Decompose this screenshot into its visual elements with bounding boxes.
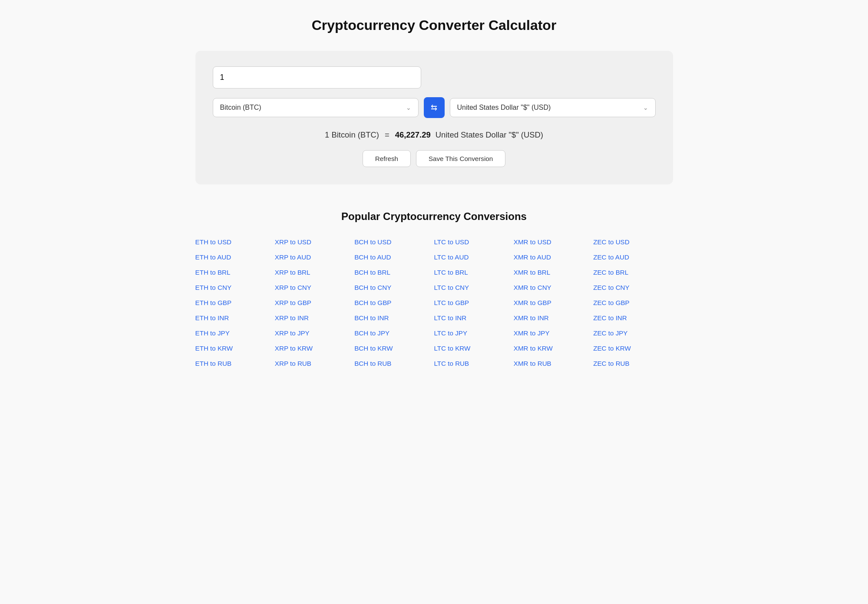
conversion-link[interactable]: LTC to JPY [434, 328, 513, 338]
conversion-link[interactable]: ETH to CNY [195, 282, 275, 293]
conversion-link[interactable]: LTC to USD [434, 236, 513, 247]
conversion-link[interactable]: BCH to INR [354, 312, 434, 323]
save-conversion-button[interactable]: Save This Conversion [416, 150, 505, 167]
conversion-link[interactable]: LTC to CNY [434, 282, 513, 293]
conversion-link[interactable]: LTC to INR [434, 312, 513, 323]
conversion-link[interactable]: XRP to CNY [275, 282, 354, 293]
conversion-link[interactable]: XRP to JPY [275, 328, 354, 338]
conversion-link[interactable]: ZEC to JPY [593, 328, 673, 338]
conversion-link[interactable]: ETH to BRL [195, 267, 275, 278]
conversion-link[interactable]: XMR to AUD [514, 252, 593, 263]
result-equals: = [385, 130, 389, 139]
conversion-link[interactable]: BCH to USD [354, 236, 434, 247]
conversion-link[interactable]: BCH to AUD [354, 252, 434, 263]
conversion-link[interactable]: ETH to GBP [195, 297, 275, 308]
conversion-link[interactable]: ZEC to KRW [593, 343, 673, 354]
conversion-link[interactable]: ZEC to AUD [593, 252, 673, 263]
conversion-link[interactable]: XRP to RUB [275, 358, 354, 369]
result-value: 46,227.29 [395, 130, 431, 139]
conversion-link[interactable]: XRP to INR [275, 312, 354, 323]
conversion-link[interactable]: XMR to GBP [514, 297, 593, 308]
conversion-link[interactable]: ETH to AUD [195, 252, 275, 263]
conversion-link[interactable]: BCH to JPY [354, 328, 434, 338]
conversion-link[interactable]: ZEC to INR [593, 312, 673, 323]
page-title: Cryptocurrency Converter Calculator [26, 17, 842, 33]
conversion-link[interactable]: XRP to KRW [275, 343, 354, 354]
conversion-link[interactable]: ETH to KRW [195, 343, 275, 354]
conversion-link[interactable]: XRP to AUD [275, 252, 354, 263]
conversion-link[interactable]: XRP to GBP [275, 297, 354, 308]
popular-title: Popular Cryptocurrency Conversions [195, 210, 673, 223]
result-row: 1 Bitcoin (BTC) = 46,227.29 United State… [213, 130, 656, 140]
conversion-link[interactable]: ZEC to CNY [593, 282, 673, 293]
conversion-link[interactable]: BCH to KRW [354, 343, 434, 354]
conversion-link[interactable]: LTC to AUD [434, 252, 513, 263]
popular-section: Popular Cryptocurrency Conversions ETH t… [195, 210, 673, 369]
refresh-button[interactable]: Refresh [363, 150, 411, 167]
conversion-link[interactable]: ETH to INR [195, 312, 275, 323]
conversion-link[interactable]: ZEC to USD [593, 236, 673, 247]
currency-row: Bitcoin (BTC) ⌄ Bitcoin (BTC) Ethereum (… [213, 97, 656, 118]
conversion-link[interactable]: ETH to RUB [195, 358, 275, 369]
conversion-link[interactable]: LTC to BRL [434, 267, 513, 278]
to-currency-selector[interactable]: United States Dollar "$" (USD) ⌄ United … [450, 98, 656, 117]
swap-button[interactable]: ⇆ [424, 97, 445, 118]
conversion-link[interactable]: ETH to USD [195, 236, 275, 247]
conversion-link[interactable]: BCH to RUB [354, 358, 434, 369]
conversion-link[interactable]: LTC to KRW [434, 343, 513, 354]
action-buttons: Refresh Save This Conversion [213, 150, 656, 167]
conversion-link[interactable]: XRP to BRL [275, 267, 354, 278]
conversion-link[interactable]: XMR to CNY [514, 282, 593, 293]
conversion-link[interactable]: ETH to JPY [195, 328, 275, 338]
conversion-link[interactable]: ZEC to GBP [593, 297, 673, 308]
conversion-link[interactable]: XMR to KRW [514, 343, 593, 354]
converter-card: Bitcoin (BTC) ⌄ Bitcoin (BTC) Ethereum (… [195, 51, 673, 184]
amount-input[interactable] [213, 66, 421, 89]
conversion-link[interactable]: LTC to RUB [434, 358, 513, 369]
from-currency-selector[interactable]: Bitcoin (BTC) ⌄ Bitcoin (BTC) Ethereum (… [213, 98, 419, 117]
conversion-link[interactable]: ZEC to BRL [593, 267, 673, 278]
conversion-link[interactable]: LTC to GBP [434, 297, 513, 308]
conversion-link[interactable]: BCH to CNY [354, 282, 434, 293]
conversion-link[interactable]: XMR to BRL [514, 267, 593, 278]
result-unit: United States Dollar "$" (USD) [436, 130, 543, 139]
swap-icon: ⇆ [431, 103, 437, 112]
conversion-link[interactable]: XMR to INR [514, 312, 593, 323]
conversion-link[interactable]: BCH to BRL [354, 267, 434, 278]
conversion-link[interactable]: ZEC to RUB [593, 358, 673, 369]
conversion-link[interactable]: XRP to USD [275, 236, 354, 247]
conversion-link[interactable]: BCH to GBP [354, 297, 434, 308]
result-from-text: 1 Bitcoin (BTC) [325, 130, 379, 139]
conversion-link[interactable]: XMR to JPY [514, 328, 593, 338]
conversion-link[interactable]: XMR to RUB [514, 358, 593, 369]
conversion-link[interactable]: XMR to USD [514, 236, 593, 247]
conversions-grid: ETH to USDXRP to USDBCH to USDLTC to USD… [195, 236, 673, 369]
